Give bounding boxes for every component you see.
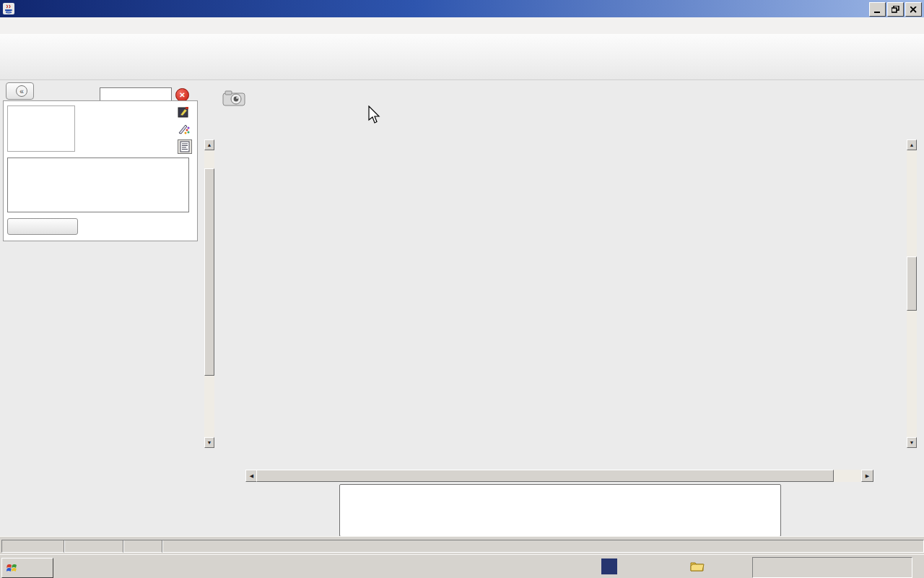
system-tray [752, 557, 912, 578]
status-spacer [162, 540, 924, 553]
collapse-button[interactable]: « [6, 82, 34, 100]
edit-trace-icon[interactable] [178, 105, 191, 118]
scroll-down-arrow[interactable]: ▼ [204, 437, 214, 448]
notes-icon[interactable] [178, 139, 192, 154]
trace-colour-icon[interactable] [178, 123, 191, 136]
measurement-name-input[interactable] [100, 87, 172, 101]
scroll-down-arrow[interactable]: ▼ [907, 437, 917, 448]
left-vertical-scrollbar[interactable]: ▲ ▼ [204, 139, 214, 448]
bit-depth-status [123, 540, 163, 553]
folder-icon[interactable] [690, 561, 705, 572]
scroll-thumb[interactable] [256, 470, 834, 482]
restore-button[interactable] [887, 2, 904, 17]
scroll-thumb[interactable] [907, 256, 917, 311]
minimize-button[interactable] [869, 2, 886, 17]
memory-status [1, 540, 65, 553]
windows-logo-icon [6, 563, 18, 573]
menu-bar [0, 17, 924, 35]
status-bar [0, 536, 924, 555]
java-cup-icon [2, 2, 15, 15]
scroll-thumb[interactable] [204, 168, 214, 376]
scroll-up-arrow[interactable]: ▲ [204, 139, 214, 150]
measurement-thumbnail[interactable] [7, 105, 75, 152]
capture-camera-icon[interactable] [222, 90, 247, 107]
windows-taskbar [0, 554, 924, 578]
trace-legend-panel [339, 484, 781, 537]
sample-rate-status [64, 540, 124, 553]
main-toolbar [0, 34, 924, 80]
scroll-right-arrow[interactable]: ▶ [861, 470, 873, 482]
start-button[interactable] [1, 558, 53, 578]
close-button[interactable] [905, 2, 922, 17]
room-eq-wizard-window: « ✕ [0, 0, 924, 578]
change-cal-button[interactable] [7, 218, 78, 235]
mouse-cursor [367, 105, 382, 126]
right-vertical-scrollbar[interactable]: ▲ ▼ [907, 139, 917, 448]
horizontal-scrollbar[interactable]: ◀ ▶ [245, 470, 873, 482]
collapse-chevron-icon: « [16, 85, 27, 97]
scroll-up-arrow[interactable]: ▲ [907, 139, 917, 150]
spl-phase-chart[interactable] [204, 137, 922, 470]
title-bar[interactable] [0, 0, 924, 17]
notes-textarea[interactable] [7, 158, 189, 212]
language-indicator[interactable] [601, 558, 617, 574]
